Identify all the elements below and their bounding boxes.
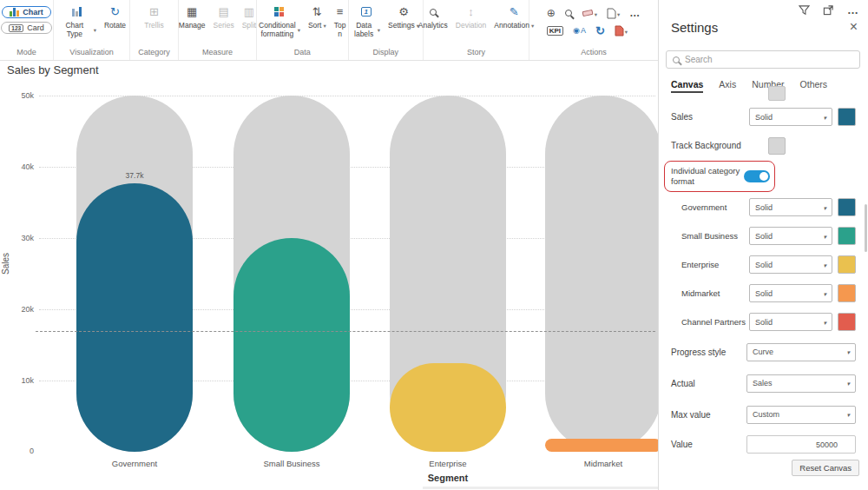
setting-row-enterprise: Enterprise Solid [659, 250, 868, 279]
government-color-swatch[interactable] [838, 198, 856, 216]
sales-color-swatch[interactable] [838, 108, 856, 126]
setting-row-midmarket: Midmarket Solid [659, 279, 868, 308]
tab-axis[interactable]: Axis [719, 79, 736, 93]
close-icon[interactable] [850, 19, 858, 35]
chevron-down-icon [846, 379, 850, 387]
channel-partners-style-dropdown[interactable]: Solid [749, 313, 832, 331]
enterprise-style-dropdown[interactable]: Solid [749, 255, 832, 274]
group-label-category: Category [138, 46, 170, 58]
ribbon-group-mode: Chart 123 Card Mode [0, 0, 54, 60]
export-button[interactable] [607, 7, 620, 19]
tab-canvas[interactable]: Canvas [671, 79, 703, 93]
manage-button[interactable]: Manage [179, 4, 206, 30]
chevron-down-icon [823, 113, 826, 122]
max-value-dropdown[interactable]: Custom [746, 406, 856, 424]
y-tick: 30k [8, 234, 34, 242]
track-background-swatch[interactable] [768, 137, 786, 155]
eraser-icon [582, 9, 594, 17]
magnifier-icon [565, 10, 572, 17]
midmarket-color-swatch[interactable] [838, 284, 856, 302]
bar-government[interactable]: 37.7k [76, 96, 193, 452]
chart-type-icon [72, 8, 82, 17]
sales-style-dropdown[interactable]: Solid [749, 108, 832, 126]
government-style-dropdown[interactable]: Solid [749, 198, 832, 216]
chevron-down-icon [823, 261, 826, 269]
split-icon [244, 6, 254, 17]
popout-icon[interactable] [823, 4, 834, 16]
deviation-icon [468, 6, 474, 17]
sort-button[interactable]: Sort [308, 4, 326, 30]
bar-fill [233, 238, 350, 452]
show-values-button[interactable]: A [573, 26, 586, 35]
y-tick: 0 [8, 447, 34, 455]
split-button[interactable]: Split [242, 4, 257, 30]
search-input[interactable] [685, 55, 853, 64]
select-button[interactable] [547, 8, 556, 18]
more-icon[interactable] [847, 4, 859, 16]
deviation-button[interactable]: Deviation [456, 4, 486, 30]
search-icon [673, 56, 680, 63]
vertical-scrollbar[interactable] [865, 204, 867, 252]
reference-line [36, 331, 655, 332]
chevron-down-icon [94, 25, 96, 34]
gear-icon [398, 6, 409, 17]
midmarket-style-dropdown[interactable]: Solid [749, 284, 832, 302]
ribbon-group-visualization: Chart Type Rotate Visualization [54, 0, 130, 60]
enterprise-color-swatch[interactable] [838, 255, 856, 274]
zoom-button[interactable] [565, 10, 572, 17]
group-label-data: Data [294, 46, 311, 58]
small-business-color-swatch[interactable] [838, 227, 856, 245]
group-label-mode: Mode [16, 46, 36, 58]
ribbon-group-display: Data labels Settings Display [349, 0, 424, 60]
rotate-button[interactable]: Rotate [104, 4, 126, 30]
chart-canvas: Sales by Segment Sales 50k 40k 30k 20k 1… [0, 61, 658, 490]
bar-track [545, 96, 658, 452]
setting-row-small-business: Small Business Solid [659, 222, 868, 250]
settings-panel: Settings Canvas Axis Number Others Sales… [658, 0, 868, 490]
y-axis-title: Sales [1, 253, 10, 275]
bar-small-business[interactable] [233, 96, 350, 452]
ribbon-group-category: Trellis Category [130, 0, 179, 60]
small-business-style-dropdown[interactable]: Solid [749, 227, 832, 245]
pdf-export-button[interactable] [615, 24, 628, 36]
value-input[interactable] [746, 435, 856, 454]
card-mode-button[interactable]: 123 Card [1, 22, 51, 34]
trellis-button[interactable]: Trellis [144, 4, 163, 30]
toggle-knob [760, 172, 768, 181]
channel-partners-color-swatch[interactable] [838, 313, 856, 331]
chevron-down-icon [625, 24, 628, 36]
annotation-button[interactable]: Annotation [494, 4, 534, 30]
series-button[interactable]: Series [214, 4, 234, 30]
filter-icon[interactable] [799, 4, 810, 16]
bar-midmarket[interactable] [545, 96, 658, 452]
analytics-button[interactable]: Analytics [418, 4, 448, 30]
data-labels-button[interactable]: Data labels [352, 4, 380, 38]
bar-enterprise[interactable] [390, 96, 506, 452]
data-labels-icon [361, 7, 371, 17]
chevron-down-icon [617, 7, 620, 19]
kpi-button[interactable]: KPI [547, 26, 563, 36]
chevron-down-icon [378, 25, 380, 34]
setting-row-sales: Sales Solid [659, 103, 868, 131]
tab-others[interactable]: Others [800, 79, 828, 93]
more-actions-button[interactable] [629, 8, 641, 18]
progress-style-dropdown[interactable]: Curve [746, 343, 856, 361]
reset-canvas-button[interactable]: Reset Canvas [792, 460, 859, 476]
chart-mode-button[interactable]: Chart [2, 6, 51, 18]
chevron-down-icon [823, 289, 826, 298]
individual-category-toggle[interactable] [744, 170, 770, 182]
top-n-button[interactable]: Top n [334, 4, 346, 38]
top-n-icon [337, 6, 344, 17]
erase-button[interactable] [582, 7, 597, 19]
chart-type-button[interactable]: Chart Type [57, 4, 96, 38]
conditional-formatting-button[interactable]: Conditional formatting [259, 4, 300, 38]
settings-button[interactable]: Settings [388, 4, 419, 30]
chevron-down-icon [823, 203, 826, 212]
manage-icon [187, 6, 197, 17]
ribbon-group-data: Conditional formatting Sort Top n Data [257, 0, 349, 60]
actual-dropdown[interactable]: Sales [746, 374, 856, 393]
trellis-icon [149, 6, 159, 17]
series-icon [218, 6, 228, 17]
chevron-down-icon [595, 7, 597, 19]
refresh-button[interactable] [595, 25, 605, 36]
